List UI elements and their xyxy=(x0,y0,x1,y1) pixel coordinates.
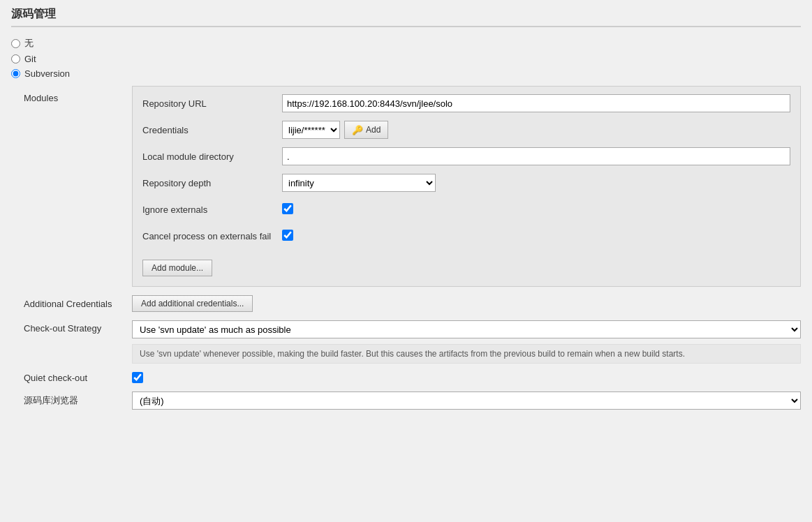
radio-subversion[interactable]: Subversion xyxy=(11,68,801,79)
modules-content: Repository URL Credentials lijie/****** xyxy=(132,86,801,287)
browser-label: 源码库浏览器 xyxy=(24,394,132,407)
add-additional-credentials-button[interactable]: Add additional credentials... xyxy=(132,295,253,312)
repository-url-input[interactable] xyxy=(282,94,790,112)
ignore-externals-row: Ignore externals xyxy=(142,200,790,219)
checkout-strategy-content: Use 'svn update' as much as possible Alw… xyxy=(132,320,801,364)
local-module-dir-input[interactable] xyxy=(282,147,790,165)
page-container: 源码管理 无 Git Subversion Modules Repository… xyxy=(0,0,812,522)
quiet-checkout-section: Quiet check-out xyxy=(24,372,801,383)
scm-radio-group: 无 Git Subversion xyxy=(11,37,801,79)
checkout-description: Use 'svn update' whenever possible, maki… xyxy=(132,344,801,364)
cancel-process-control xyxy=(282,230,790,243)
ignore-externals-control xyxy=(282,203,790,216)
repository-url-row: Repository URL xyxy=(142,94,790,113)
repository-depth-label: Repository depth xyxy=(142,178,282,188)
repository-depth-select[interactable]: infinity empty files immediates xyxy=(282,174,436,192)
browser-select[interactable]: (自动) CollabNet FishEye SVNWeb WebSVN Vie… xyxy=(132,392,801,410)
radio-git-input[interactable] xyxy=(11,54,20,64)
additional-credentials-label: Additional Credentials xyxy=(24,299,132,309)
local-module-dir-row: Local module directory xyxy=(142,147,790,166)
add-module-button[interactable]: Add module... xyxy=(142,260,212,276)
ignore-externals-label: Ignore externals xyxy=(142,204,282,215)
credentials-add-button[interactable]: 🔑 Add xyxy=(344,121,388,139)
additional-credentials-section: Additional Credentials Add additional cr… xyxy=(24,295,801,312)
browser-section: 源码库浏览器 (自动) CollabNet FishEye SVNWeb Web… xyxy=(24,392,801,410)
repository-depth-control: infinity empty files immediates xyxy=(282,174,790,192)
credentials-input-row: lijie/****** 🔑 Add xyxy=(282,121,790,139)
modules-container: Modules Repository URL Credentials li xyxy=(24,86,801,287)
radio-git[interactable]: Git xyxy=(11,54,801,64)
radio-none-label: 无 xyxy=(24,37,34,50)
local-module-dir-label: Local module directory xyxy=(142,151,282,162)
repository-depth-row: Repository depth infinity empty files im… xyxy=(142,173,790,193)
radio-none[interactable]: 无 xyxy=(11,37,801,50)
quiet-checkout-label: Quiet check-out xyxy=(24,373,132,383)
radio-subversion-label: Subversion xyxy=(24,68,70,79)
cancel-process-checkbox[interactable] xyxy=(282,230,293,241)
credentials-row: Credentials lijie/****** 🔑 Add xyxy=(142,120,790,140)
repository-url-control xyxy=(282,94,790,112)
radio-none-input[interactable] xyxy=(11,39,20,48)
credentials-select[interactable]: lijie/****** xyxy=(282,121,340,139)
checkout-strategy-section: Check-out Strategy Use 'svn update' as m… xyxy=(24,320,801,364)
credentials-label: Credentials xyxy=(142,125,282,135)
credentials-control: lijie/****** 🔑 Add xyxy=(282,121,790,139)
repository-url-label: Repository URL xyxy=(142,98,282,109)
radio-git-label: Git xyxy=(24,54,36,64)
cancel-process-row: Cancel process on externals fail xyxy=(142,226,790,246)
section-title: 源码管理 xyxy=(11,7,801,27)
ignore-externals-checkbox[interactable] xyxy=(282,203,293,214)
radio-subversion-input[interactable] xyxy=(11,69,20,78)
modules-label: Modules xyxy=(24,86,132,287)
local-module-dir-control xyxy=(282,147,790,165)
checkout-strategy-label: Check-out Strategy xyxy=(24,320,132,334)
key-icon: 🔑 xyxy=(352,125,363,135)
credentials-add-label: Add xyxy=(366,125,381,135)
cancel-process-label: Cancel process on externals fail xyxy=(142,231,282,241)
subversion-section: Modules Repository URL Credentials li xyxy=(24,86,801,410)
checkout-strategy-select[interactable]: Use 'svn update' as much as possible Alw… xyxy=(132,320,801,338)
quiet-checkout-checkbox[interactable] xyxy=(132,372,143,383)
